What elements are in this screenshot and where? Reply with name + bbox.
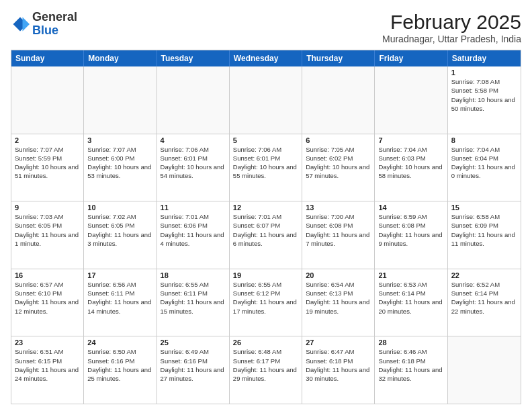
logo: General Blue [11, 11, 77, 38]
day-number: 3 [87, 136, 152, 144]
calendar-cell: 13Sunrise: 7:00 AM Sunset: 6:08 PM Dayli… [302, 201, 375, 269]
calendar-week-0: 1Sunrise: 7:08 AM Sunset: 5:58 PM Daylig… [11, 66, 521, 134]
calendar-cell: 9Sunrise: 7:03 AM Sunset: 6:05 PM Daylig… [11, 201, 84, 269]
calendar-cell [84, 66, 157, 134]
day-number: 8 [451, 136, 517, 144]
calendar-body: 1Sunrise: 7:08 AM Sunset: 5:58 PM Daylig… [11, 66, 521, 404]
day-number: 26 [233, 338, 298, 347]
day-number: 28 [378, 338, 443, 347]
day-info: Sunrise: 6:56 AM Sunset: 6:11 PM Dayligh… [87, 280, 152, 316]
day-info: Sunrise: 7:07 AM Sunset: 6:00 PM Dayligh… [87, 145, 152, 181]
day-info: Sunrise: 7:06 AM Sunset: 6:01 PM Dayligh… [233, 145, 298, 181]
day-info: Sunrise: 6:52 AM Sunset: 6:14 PM Dayligh… [451, 280, 517, 316]
day-info: Sunrise: 7:01 AM Sunset: 6:07 PM Dayligh… [233, 212, 298, 248]
cal-header-saturday: Saturday [448, 50, 521, 66]
day-info: Sunrise: 6:47 AM Sunset: 6:18 PM Dayligh… [306, 347, 371, 383]
calendar-cell: 15Sunrise: 6:58 AM Sunset: 6:09 PM Dayli… [448, 201, 521, 269]
calendar-week-4: 23Sunrise: 6:51 AM Sunset: 6:15 PM Dayli… [11, 336, 521, 404]
page: General Blue February 2025 Muradnagar, U… [0, 0, 532, 411]
day-info: Sunrise: 7:05 AM Sunset: 6:02 PM Dayligh… [306, 145, 371, 181]
day-info: Sunrise: 7:03 AM Sunset: 6:05 PM Dayligh… [15, 212, 80, 248]
day-info: Sunrise: 7:06 AM Sunset: 6:01 PM Dayligh… [161, 145, 226, 181]
calendar-cell: 20Sunrise: 6:54 AM Sunset: 6:13 PM Dayli… [302, 269, 375, 336]
day-number: 2 [15, 136, 80, 144]
calendar-cell [11, 66, 84, 134]
calendar-week-1: 2Sunrise: 7:07 AM Sunset: 5:59 PM Daylig… [11, 134, 521, 202]
day-number: 21 [378, 271, 443, 279]
day-info: Sunrise: 6:51 AM Sunset: 6:15 PM Dayligh… [15, 347, 80, 383]
cal-header-wednesday: Wednesday [230, 50, 302, 66]
calendar-week-2: 9Sunrise: 7:03 AM Sunset: 6:05 PM Daylig… [11, 201, 521, 269]
day-info: Sunrise: 6:58 AM Sunset: 6:09 PM Dayligh… [451, 212, 517, 248]
calendar-cell [157, 66, 230, 134]
calendar-cell: 7Sunrise: 7:04 AM Sunset: 6:03 PM Daylig… [375, 134, 447, 201]
day-number: 24 [87, 338, 152, 347]
calendar-cell: 18Sunrise: 6:55 AM Sunset: 6:11 PM Dayli… [157, 269, 230, 336]
day-number: 19 [233, 271, 298, 279]
calendar: SundayMondayTuesdayWednesdayThursdayFrid… [11, 50, 521, 404]
calendar-cell: 3Sunrise: 7:07 AM Sunset: 6:00 PM Daylig… [84, 134, 157, 201]
day-info: Sunrise: 7:00 AM Sunset: 6:08 PM Dayligh… [306, 212, 371, 248]
location-title: Muradnagar, Uttar Pradesh, India [382, 34, 521, 44]
calendar-cell: 17Sunrise: 6:56 AM Sunset: 6:11 PM Dayli… [84, 269, 157, 336]
day-number: 5 [233, 136, 298, 144]
calendar-cell: 6Sunrise: 7:05 AM Sunset: 6:02 PM Daylig… [302, 134, 375, 201]
day-number: 14 [378, 203, 443, 212]
day-number: 9 [15, 203, 80, 212]
calendar-header-row: SundayMondayTuesdayWednesdayThursdayFrid… [11, 50, 521, 66]
day-number: 18 [161, 271, 226, 279]
day-info: Sunrise: 6:46 AM Sunset: 6:18 PM Dayligh… [378, 347, 443, 383]
cal-header-monday: Monday [84, 50, 157, 66]
calendar-cell: 5Sunrise: 7:06 AM Sunset: 6:01 PM Daylig… [230, 134, 302, 201]
calendar-cell: 8Sunrise: 7:04 AM Sunset: 6:04 PM Daylig… [448, 134, 521, 201]
day-info: Sunrise: 6:48 AM Sunset: 6:17 PM Dayligh… [233, 347, 298, 383]
day-number: 23 [15, 338, 80, 347]
day-number: 17 [87, 271, 152, 279]
calendar-cell [375, 66, 447, 134]
day-number: 6 [306, 136, 371, 144]
calendar-cell: 1Sunrise: 7:08 AM Sunset: 5:58 PM Daylig… [448, 66, 521, 134]
calendar-cell: 10Sunrise: 7:02 AM Sunset: 6:05 PM Dayli… [84, 201, 157, 269]
svg-marker-1 [23, 17, 30, 31]
calendar-cell: 26Sunrise: 6:48 AM Sunset: 6:17 PM Dayli… [230, 336, 302, 404]
day-info: Sunrise: 6:55 AM Sunset: 6:11 PM Dayligh… [161, 280, 226, 316]
calendar-cell: 12Sunrise: 7:01 AM Sunset: 6:07 PM Dayli… [230, 201, 302, 269]
day-info: Sunrise: 6:53 AM Sunset: 6:14 PM Dayligh… [378, 280, 443, 316]
day-info: Sunrise: 7:02 AM Sunset: 6:05 PM Dayligh… [87, 212, 152, 248]
day-number: 27 [306, 338, 371, 347]
cal-header-sunday: Sunday [11, 50, 84, 66]
day-info: Sunrise: 6:59 AM Sunset: 6:08 PM Dayligh… [378, 212, 443, 248]
day-info: Sunrise: 6:49 AM Sunset: 6:16 PM Dayligh… [161, 347, 226, 383]
day-number: 16 [15, 271, 80, 279]
cal-header-thursday: Thursday [302, 50, 375, 66]
calendar-cell: 14Sunrise: 6:59 AM Sunset: 6:08 PM Dayli… [375, 201, 447, 269]
day-number: 13 [306, 203, 371, 212]
logo-icon [11, 15, 30, 34]
calendar-cell: 11Sunrise: 7:01 AM Sunset: 6:06 PM Dayli… [157, 201, 230, 269]
title-block: February 2025 Muradnagar, Uttar Pradesh,… [382, 11, 521, 44]
logo-blue-text: Blue [32, 24, 58, 37]
day-info: Sunrise: 7:04 AM Sunset: 6:04 PM Dayligh… [451, 145, 517, 181]
calendar-cell [448, 336, 521, 404]
calendar-cell [230, 66, 302, 134]
day-number: 12 [233, 203, 298, 212]
day-info: Sunrise: 7:04 AM Sunset: 6:03 PM Dayligh… [378, 145, 443, 181]
logo-general-text: General [32, 10, 77, 24]
day-number: 15 [451, 203, 517, 212]
day-info: Sunrise: 7:07 AM Sunset: 5:59 PM Dayligh… [15, 145, 80, 181]
calendar-cell: 19Sunrise: 6:55 AM Sunset: 6:12 PM Dayli… [230, 269, 302, 336]
day-info: Sunrise: 7:08 AM Sunset: 5:58 PM Dayligh… [451, 77, 517, 113]
calendar-cell: 28Sunrise: 6:46 AM Sunset: 6:18 PM Dayli… [375, 336, 447, 404]
day-number: 20 [306, 271, 371, 279]
day-info: Sunrise: 7:01 AM Sunset: 6:06 PM Dayligh… [161, 212, 226, 248]
calendar-cell: 4Sunrise: 7:06 AM Sunset: 6:01 PM Daylig… [157, 134, 230, 201]
calendar-cell: 24Sunrise: 6:50 AM Sunset: 6:16 PM Dayli… [84, 336, 157, 404]
calendar-cell: 2Sunrise: 7:07 AM Sunset: 5:59 PM Daylig… [11, 134, 84, 201]
calendar-week-3: 16Sunrise: 6:57 AM Sunset: 6:10 PM Dayli… [11, 269, 521, 337]
month-title: February 2025 [382, 11, 521, 34]
day-number: 10 [87, 203, 152, 212]
day-number: 7 [378, 136, 443, 144]
day-info: Sunrise: 6:57 AM Sunset: 6:10 PM Dayligh… [15, 280, 80, 316]
calendar-cell [302, 66, 375, 134]
calendar-cell: 23Sunrise: 6:51 AM Sunset: 6:15 PM Dayli… [11, 336, 84, 404]
